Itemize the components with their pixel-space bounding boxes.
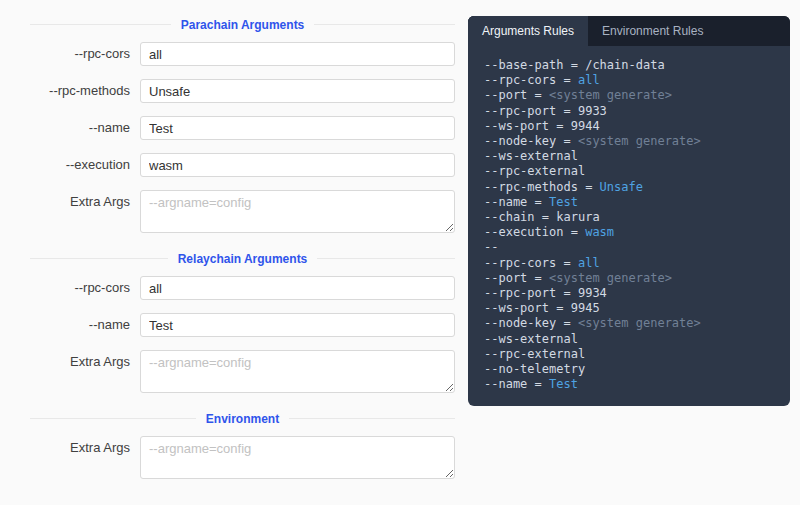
field-control (140, 42, 455, 66)
code-key: --rpc-cors (484, 73, 556, 87)
tab-arguments-rules[interactable]: Arguments Rules (468, 16, 588, 46)
field-control (140, 313, 455, 337)
rpc-cors-input[interactable] (140, 276, 455, 300)
code-line: --rpc-port = 9933 (484, 104, 774, 119)
section-environment: EnvironmentExtra Args (30, 410, 455, 483)
field-row-rpc-cors: --rpc-cors (30, 276, 455, 300)
field-control (140, 276, 455, 300)
field-row-rpc-cors: --rpc-cors (30, 42, 455, 66)
code-line: --rpc-external (484, 164, 774, 179)
node-config-page: Parachain Arguments--rpc-cors--rpc-metho… (0, 0, 800, 505)
code-line: --ws-external (484, 332, 774, 347)
field-label: --name (30, 313, 140, 337)
field-row-name: --name (30, 116, 455, 140)
field-control (140, 79, 455, 103)
field-row-rpc-methods: --rpc-methods (30, 79, 455, 103)
code-value: <system generate> (578, 316, 701, 330)
code-line: --execution = wasm (484, 225, 774, 240)
field-label: --name (30, 116, 140, 140)
field-control (140, 350, 455, 397)
code-equals: = (527, 195, 549, 209)
code-value: all (578, 256, 600, 270)
field-label: --rpc-methods (30, 79, 140, 103)
rules-code: --base-path = /chain-data--rpc-cors = al… (468, 46, 790, 406)
field-row-extra-args: Extra Args (30, 436, 455, 483)
code-value: <system generate> (578, 134, 701, 148)
field-label: Extra Args (30, 190, 140, 214)
code-value: 9934 (578, 286, 607, 300)
field-label: --rpc-cors (30, 42, 140, 66)
code-equals: = (556, 73, 578, 87)
extra-args-textarea[interactable] (140, 436, 455, 479)
field-label: --execution (30, 153, 140, 177)
field-control (140, 153, 455, 177)
code-key: --no-telemetry (484, 362, 585, 376)
code-equals: = (527, 271, 549, 285)
code-key: --port (484, 88, 527, 102)
field-label: --rpc-cors (30, 276, 140, 300)
code-line: --name = Test (484, 195, 774, 210)
name-input[interactable] (140, 116, 455, 140)
code-line: --port = <system generate> (484, 271, 774, 286)
code-value: <system generate> (549, 271, 672, 285)
section-title: Environment (196, 412, 289, 426)
code-key: --ws-port (484, 119, 549, 133)
code-line: --base-path = /chain-data (484, 58, 774, 73)
code-equals: = (549, 119, 571, 133)
code-line: --chain = karura (484, 210, 774, 225)
code-key: --port (484, 271, 527, 285)
tab-environment-rules[interactable]: Environment Rules (588, 16, 717, 46)
code-value: /chain-data (585, 58, 664, 72)
extra-args-textarea[interactable] (140, 350, 455, 393)
code-value: 9945 (571, 301, 600, 315)
code-value: Test (549, 195, 578, 209)
code-key: --node-key (484, 316, 556, 330)
code-equals: = (578, 180, 600, 194)
code-value: 9944 (571, 119, 600, 133)
field-label: Extra Args (30, 436, 140, 460)
code-key: --name (484, 195, 527, 209)
section-divider: Environment (30, 410, 455, 427)
section-divider: Parachain Arguments (30, 16, 455, 33)
code-value: Unsafe (600, 180, 643, 194)
code-line: --no-telemetry (484, 362, 774, 377)
code-key: --execution (484, 225, 563, 239)
code-equals: = (556, 286, 578, 300)
section-parachain-arguments: Parachain Arguments--rpc-cors--rpc-metho… (30, 16, 455, 237)
code-key: --node-key (484, 134, 556, 148)
section-relaychain-arguments: Relaychain Arguments--rpc-cors--nameExtr… (30, 250, 455, 397)
section-divider: Relaychain Arguments (30, 250, 455, 267)
code-value: wasm (585, 225, 614, 239)
code-key: --rpc-cors (484, 256, 556, 270)
name-input[interactable] (140, 313, 455, 337)
code-line: --node-key = <system generate> (484, 134, 774, 149)
code-line: --rpc-cors = all (484, 73, 774, 88)
code-line: --ws-port = 9945 (484, 301, 774, 316)
code-key: --rpc-methods (484, 180, 578, 194)
code-equals: = (527, 377, 549, 391)
code-equals: = (549, 301, 571, 315)
code-equals: = (556, 316, 578, 330)
execution-input[interactable] (140, 153, 455, 177)
code-value: karura (556, 210, 599, 224)
extra-args-textarea[interactable] (140, 190, 455, 233)
code-key: --rpc-port (484, 286, 556, 300)
code-equals: = (527, 88, 549, 102)
rpc-methods-input[interactable] (140, 79, 455, 103)
code-key: --base-path (484, 58, 563, 72)
code-line: --ws-port = 9944 (484, 119, 774, 134)
code-key: --name (484, 377, 527, 391)
code-key: --rpc-port (484, 104, 556, 118)
code-equals: = (556, 256, 578, 270)
code-equals: = (535, 210, 557, 224)
code-key: --chain (484, 210, 535, 224)
code-value: Test (549, 377, 578, 391)
field-row-extra-args: Extra Args (30, 350, 455, 397)
field-row-name: --name (30, 313, 455, 337)
code-key: --ws-port (484, 301, 549, 315)
config-form: Parachain Arguments--rpc-cors--rpc-metho… (30, 16, 455, 489)
code-line: --rpc-external (484, 347, 774, 362)
code-line: --rpc-cors = all (484, 256, 774, 271)
rpc-cors-input[interactable] (140, 42, 455, 66)
code-equals: = (563, 225, 585, 239)
